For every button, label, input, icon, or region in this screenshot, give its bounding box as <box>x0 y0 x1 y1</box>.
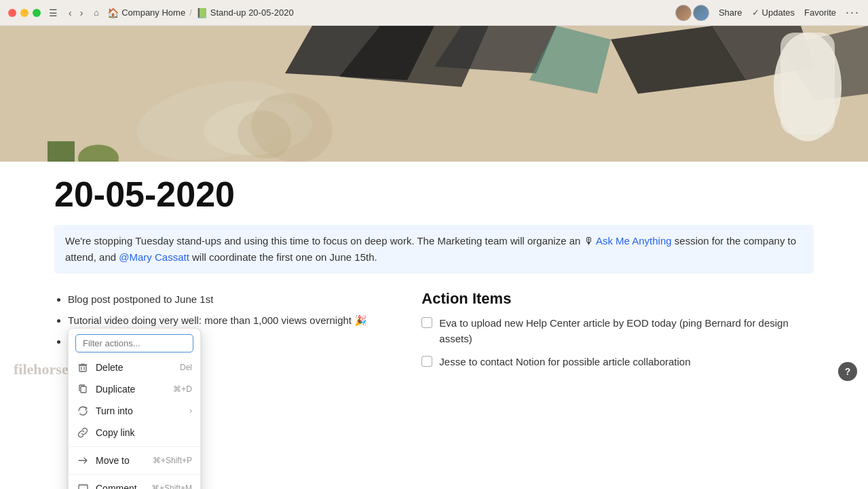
filter-actions-input[interactable] <box>75 334 193 352</box>
list-item: Tutorial video doing very well: more tha… <box>68 311 381 329</box>
page-title: 20-05-2020 <box>54 175 814 214</box>
menu-item-move-to[interactable]: Move to ⌘+Shift+P <box>69 450 200 471</box>
move-to-shortcut: ⌘+Shift+P <box>153 456 192 465</box>
avatar-group <box>675 5 709 21</box>
comment-icon <box>77 482 89 489</box>
context-menu: Delete Del Duplicate ⌘+D <box>68 328 201 489</box>
back-button[interactable]: ‹ <box>66 6 75 20</box>
action-items-title: Action Items <box>421 290 814 308</box>
home-emoji: 🏠 <box>107 7 119 18</box>
minimize-button[interactable] <box>20 9 29 17</box>
svg-rect-21 <box>81 386 86 393</box>
titlebar-actions: Share ✓ Updates Favorite ··· <box>675 5 860 21</box>
action-item-2-text: Jesse to contact Notion for possible art… <box>439 355 690 370</box>
checkbox-1[interactable] <box>421 317 432 328</box>
turn-into-label: Turn into <box>96 405 183 416</box>
list-item: Blog post postponed to June 1st <box>68 290 381 308</box>
sidebar-toggle-icon[interactable]: ☰ <box>49 7 58 18</box>
breadcrumb-separator: / <box>189 7 192 18</box>
comment-shortcut: ⌘+Shift+M <box>151 484 192 489</box>
link-icon <box>77 427 89 439</box>
duplicate-label: Duplicate <box>96 384 166 395</box>
svg-rect-13 <box>48 141 75 162</box>
menu-item-comment[interactable]: Comment ⌘+Shift+M <box>69 477 200 489</box>
turn-into-arrow: › <box>189 406 192 416</box>
action-item-1-text: Eva to upload new Help Center article by… <box>439 316 814 346</box>
traffic-lights <box>8 9 41 17</box>
trash-icon <box>77 361 89 374</box>
menu-item-delete[interactable]: Delete Del <box>69 357 200 378</box>
move-icon <box>77 454 89 467</box>
menu-divider-1 <box>69 446 200 447</box>
maximize-button[interactable] <box>33 9 41 17</box>
breadcrumb-home[interactable]: 🏠 Company Home <box>107 7 185 18</box>
right-column: Action Items Eva to upload new Help Cent… <box>421 290 814 378</box>
forward-button[interactable]: › <box>77 6 86 20</box>
breadcrumb: 🏠 Company Home / 📗 Stand-up 20-05-2020 <box>107 7 293 18</box>
home-icon[interactable]: ⌂ <box>91 6 102 19</box>
avatar-2[interactable] <box>693 5 709 21</box>
menu-divider-2 <box>69 474 200 475</box>
delete-shortcut: Del <box>180 363 192 372</box>
action-item-1: Eva to upload new Help Center article by… <box>421 316 814 346</box>
share-button[interactable]: Share <box>719 7 742 18</box>
duplicate-shortcut: ⌘+D <box>173 384 192 394</box>
menu-item-turn-into[interactable]: Turn into › <box>69 400 200 422</box>
updates-label: Updates <box>762 7 795 18</box>
turn-into-icon <box>77 405 89 417</box>
main-content: + ⋮⋮ 20-05-2020 We're stopping Tuesday s… <box>0 162 868 392</box>
nav-arrows: ‹ › <box>66 6 86 20</box>
check-icon: ✓ <box>752 7 759 18</box>
mention-mary: @Mary Cassatt <box>119 251 189 263</box>
delete-label: Delete <box>96 362 173 373</box>
action-items-list: Eva to upload new Help Center article by… <box>421 316 814 370</box>
share-label: Share <box>719 7 742 18</box>
breadcrumb-page[interactable]: 📗 Stand-up 20-05-2020 <box>196 7 294 18</box>
svg-rect-17 <box>79 365 86 372</box>
copy-link-label: Copy link <box>96 427 192 438</box>
description-text: We're stopping Tuesday stand-ups and usi… <box>65 235 796 263</box>
page-banner <box>0 26 868 162</box>
close-button[interactable] <box>8 9 16 17</box>
titlebar: ☰ ‹ › ⌂ 🏠 Company Home / 📗 Stand-up 20-0… <box>0 0 868 26</box>
updates-button[interactable]: ✓ Updates <box>752 7 795 18</box>
action-item-2: Jesse to contact Notion for possible art… <box>421 355 814 370</box>
ask-me-anything-link[interactable]: Ask Me Anything <box>596 235 672 247</box>
more-options-button[interactable]: ··· <box>846 5 860 20</box>
comment-label: Comment <box>96 483 145 489</box>
page-emoji: 📗 <box>196 7 208 18</box>
help-button[interactable]: ? <box>838 362 857 381</box>
copy-icon <box>77 383 89 395</box>
favorite-button[interactable]: Favorite <box>804 7 836 18</box>
breadcrumb-page-label[interactable]: Stand-up 20-05-2020 <box>210 7 294 18</box>
description-block: We're stopping Tuesday stand-ups and usi… <box>54 225 814 274</box>
checkbox-2[interactable] <box>421 356 432 367</box>
svg-rect-11 <box>780 33 835 134</box>
avatar-1[interactable] <box>675 5 692 21</box>
favorite-label: Favorite <box>804 7 836 18</box>
menu-item-duplicate[interactable]: Duplicate ⌘+D <box>69 378 200 400</box>
move-to-label: Move to <box>96 455 146 466</box>
breadcrumb-home-label[interactable]: Company Home <box>121 7 185 18</box>
menu-item-copy-link[interactable]: Copy link <box>69 422 200 443</box>
